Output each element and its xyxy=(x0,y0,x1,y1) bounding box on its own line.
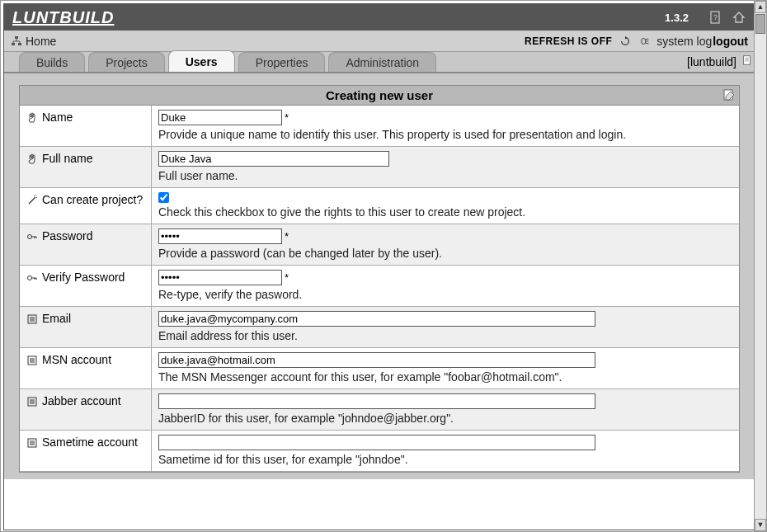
tab-administration[interactable]: Administration xyxy=(328,52,436,72)
log-icon[interactable] xyxy=(638,35,652,48)
panel-header: Creating new user xyxy=(20,86,739,106)
required-mark: * xyxy=(285,271,289,284)
fullname-input[interactable] xyxy=(158,151,389,167)
refresh-status: REFRESH IS OFF xyxy=(525,35,612,47)
app-header: LUNTBUILD 1.3.2 ? xyxy=(4,4,755,31)
email-desc: Email address for this user. xyxy=(158,329,732,342)
refresh-icon[interactable] xyxy=(619,35,632,48)
tab-builds[interactable]: Builds xyxy=(19,52,85,72)
row-name: Name * Provide a unique name to identify… xyxy=(20,106,739,147)
panel-title: Creating new user xyxy=(326,88,433,102)
jabber-input[interactable] xyxy=(158,393,595,409)
name-input[interactable] xyxy=(158,110,282,125)
msn-label: MSN account xyxy=(42,353,111,366)
hand-icon xyxy=(26,153,38,165)
hand-icon xyxy=(26,112,38,124)
list-icon xyxy=(26,313,38,325)
tab-projects[interactable]: Projects xyxy=(88,52,165,72)
password-desc: Provide a password (can be changed later… xyxy=(158,247,732,260)
help-icon[interactable]: ? xyxy=(708,10,723,25)
list-icon xyxy=(26,355,38,366)
row-can-create: Can create project? Check this checkbox … xyxy=(20,188,739,224)
content-scroll-area[interactable]: LUNTBUILD 1.3.2 ? Home REFRESH IS OFF sy… xyxy=(3,3,755,530)
current-user-label: [luntbuild] xyxy=(687,55,736,68)
password-input[interactable] xyxy=(158,228,282,244)
svg-rect-2 xyxy=(15,36,18,39)
fullname-label: Full name xyxy=(42,152,92,165)
email-label: Email xyxy=(42,312,71,325)
msn-input[interactable] xyxy=(158,352,595,368)
verify-password-desc: Re-type, verify the pasword. xyxy=(158,288,732,301)
svg-rect-4 xyxy=(18,43,21,45)
home-link[interactable]: Home xyxy=(26,35,56,48)
wand-icon xyxy=(26,195,38,206)
home-icon[interactable] xyxy=(732,10,746,25)
can-create-label: Can create project? xyxy=(42,193,143,206)
row-fullname: Full name Full user name. xyxy=(20,147,739,188)
scroll-down-arrow[interactable]: ▼ xyxy=(755,519,766,531)
required-mark: * xyxy=(285,230,289,242)
logout-link[interactable]: logout xyxy=(713,35,748,48)
row-verify-password: Verify Password * Re-type, verify the pa… xyxy=(20,266,739,307)
verify-password-label: Verify Password xyxy=(42,271,125,284)
jabber-desc: JabberID for this user, for example "joh… xyxy=(158,412,732,425)
verify-password-input[interactable] xyxy=(158,270,282,285)
edit-icon[interactable] xyxy=(722,88,736,101)
svg-rect-6 xyxy=(744,55,751,64)
tab-properties[interactable]: Properties xyxy=(238,52,326,72)
system-log-link[interactable]: system log xyxy=(656,35,712,48)
row-password: Password * Provide a password (can be ch… xyxy=(20,224,739,266)
msn-desc: The MSN Messenger account for this user,… xyxy=(158,370,732,384)
svg-point-5 xyxy=(642,38,646,44)
sitemap-icon xyxy=(11,35,22,47)
fullname-desc: Full user name. xyxy=(158,169,732,182)
svg-point-9 xyxy=(28,276,32,280)
can-create-desc: Check this checkbox to give the rights t… xyxy=(158,205,732,219)
app-logo: LUNTBUILD xyxy=(12,8,665,27)
row-email: Email Email address for this user. xyxy=(20,307,739,348)
tab-bar: Builds Projects Users Properties Adminis… xyxy=(4,52,755,73)
app-version: 1.3.2 xyxy=(665,12,689,24)
password-label: Password xyxy=(42,229,92,242)
sametime-label: Sametime account xyxy=(42,435,138,449)
outer-scrollbar[interactable]: ▲ ▼ xyxy=(754,1,766,531)
svg-point-8 xyxy=(28,235,32,239)
name-desc: Provide a unique name to identify this u… xyxy=(158,128,732,141)
row-jabber: Jabber account JabberID for this user, f… xyxy=(20,389,739,431)
svg-rect-3 xyxy=(12,43,15,45)
key-icon xyxy=(26,231,38,242)
list-icon xyxy=(26,437,38,449)
email-input[interactable] xyxy=(158,311,595,327)
jabber-label: Jabber account xyxy=(42,394,121,407)
scroll-up-arrow[interactable]: ▲ xyxy=(755,1,766,13)
key-icon xyxy=(26,272,38,284)
breadcrumb-bar: Home REFRESH IS OFF system log logout xyxy=(4,31,755,52)
required-mark: * xyxy=(285,111,289,124)
row-msn: MSN account The MSN Messenger account fo… xyxy=(20,348,739,389)
user-form-panel: Creating new user Name * xyxy=(19,85,740,473)
name-label: Name xyxy=(42,111,73,124)
content-area: Creating new user Name * xyxy=(4,73,755,479)
tab-users[interactable]: Users xyxy=(168,50,235,72)
svg-text:?: ? xyxy=(713,13,718,21)
sametime-input[interactable] xyxy=(158,435,595,450)
row-sametime: Sametime account Sametime id for this us… xyxy=(20,431,739,472)
new-page-icon[interactable] xyxy=(741,54,755,68)
scroll-thumb[interactable] xyxy=(755,14,765,34)
sametime-desc: Sametime id for this user, for example "… xyxy=(158,453,732,466)
can-create-checkbox[interactable] xyxy=(158,192,169,203)
list-icon xyxy=(26,396,38,407)
